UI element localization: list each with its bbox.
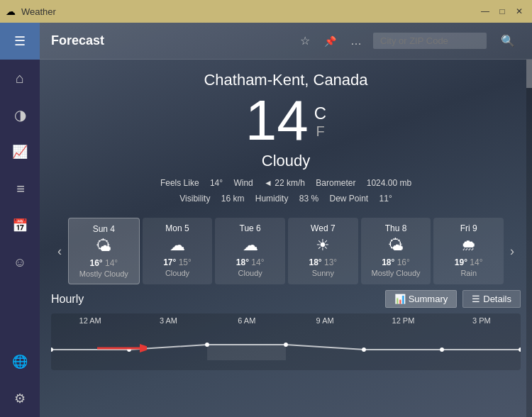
fahrenheit-unit[interactable]: F xyxy=(314,123,326,140)
news-icon: ◑ xyxy=(14,106,26,123)
barometer-label: Barometer xyxy=(316,178,355,188)
forecast-day-label: Wed 7 xyxy=(291,223,355,233)
dew-point-label: Dew Point xyxy=(330,194,369,204)
svg-point-6 xyxy=(519,348,521,352)
chart-temp-4: 15° xyxy=(364,369,442,370)
dew-point-value: 11° xyxy=(379,194,392,204)
sidebar-item-settings[interactable]: ⚙ xyxy=(0,380,40,417)
temperature-units: C F xyxy=(314,104,326,140)
forecast-low: 13° xyxy=(324,257,337,267)
minimize-button[interactable]: — xyxy=(478,4,492,18)
home-icon: ⌂ xyxy=(16,70,24,87)
temperature-value: 14 xyxy=(245,92,309,149)
forecast-low: 14° xyxy=(105,258,118,268)
hourly-section: Hourly 📊 Summary ☰ Details 12 AM3 AM6 AM… xyxy=(40,290,532,417)
forecast-temps: 18° 16° xyxy=(364,257,428,267)
hourly-chart: 12 AM3 AM6 AM9 AM12 PM3 PM xyxy=(51,313,521,370)
celsius-unit[interactable]: C xyxy=(314,104,326,123)
arrow-indicator xyxy=(90,338,147,362)
hourly-tabs: 📊 Summary ☰ Details xyxy=(385,290,521,308)
arrow-svg xyxy=(90,338,147,359)
forecast-weather-icon: ☀ xyxy=(291,236,355,255)
visibility-value: 16 km xyxy=(221,194,245,204)
more-icon[interactable]: … xyxy=(348,32,365,50)
forecast-next[interactable]: › xyxy=(504,218,521,284)
scrollbar[interactable] xyxy=(526,60,532,417)
chart-label-5: 3 PM xyxy=(443,313,521,325)
forecast-day-1[interactable]: Mon 5 ☁ 17° 15° Cloudy xyxy=(143,218,213,284)
hamburger-button[interactable]: ☰ xyxy=(0,23,40,60)
svg-marker-7 xyxy=(207,345,286,360)
forecast-high: 16° xyxy=(90,258,103,268)
sidebar-item-emoji[interactable]: ☺ xyxy=(0,244,40,281)
hourly-header: Hourly 📊 Summary ☰ Details xyxy=(51,290,521,308)
chart-label-4: 12 PM xyxy=(364,313,442,325)
forecast-day-label: Fri 9 xyxy=(436,223,501,233)
app-body: ☰ ⌂ ◑ 📈 ≡ 📅 ☺ 🌐 ⚙ xyxy=(0,23,532,417)
weather-condition: Cloudy xyxy=(40,152,532,170)
forecast-weather-icon: ☁ xyxy=(145,236,210,255)
forecast-low: 16° xyxy=(397,257,410,267)
feels-like-label: Feels Like xyxy=(160,178,199,188)
temperature-display: 14 C F xyxy=(40,92,532,149)
hourly-title: Hourly xyxy=(51,293,84,306)
chart-icon: 📈 xyxy=(12,144,28,160)
weather-main: Chatham-Kent, Canada 14 C F Cloudy Feels… xyxy=(40,60,532,212)
favorite-icon[interactable]: ☆ xyxy=(297,31,313,50)
visibility-label: Visibility xyxy=(179,194,210,204)
close-button[interactable]: ✕ xyxy=(512,4,526,18)
forecast-condition: Mostly Cloudy xyxy=(364,269,428,277)
sidebar-item-calendar[interactable]: 📅 xyxy=(0,207,40,244)
humidity-value: 83 % xyxy=(299,194,318,204)
chart-temp-0: 15° xyxy=(51,369,129,370)
chart-label-2: 6 AM xyxy=(208,313,286,325)
forecast-temps: 17° 15° xyxy=(145,257,210,267)
forecast-temps: 18° 13° xyxy=(291,257,355,267)
wind-value: ◄ 22 km/h xyxy=(264,178,305,188)
forecast-condition: Cloudy xyxy=(218,269,282,277)
forecast-day-0[interactable]: Sun 4 🌤 16° 14° Mostly Cloudy xyxy=(68,218,140,284)
forecast-day-label: Mon 5 xyxy=(145,223,210,233)
forecast-weather-icon: 🌤 xyxy=(72,237,136,255)
forecast-day-label: Sun 4 xyxy=(72,224,136,234)
maximize-button[interactable]: □ xyxy=(495,4,509,18)
page-title: Forecast xyxy=(51,33,104,48)
summary-tab-label: Summary xyxy=(409,294,448,304)
toolbar: Forecast ☆ 📌 … 🔍 xyxy=(40,23,532,60)
forecast-day-3[interactable]: Wed 7 ☀ 18° 13° Sunny xyxy=(288,218,358,284)
forecast-prev[interactable]: ‹ xyxy=(51,218,68,284)
forecast-high: 18° xyxy=(236,257,249,267)
forecast-weather-icon: 🌤 xyxy=(364,236,428,255)
forecast-day-label: Thu 8 xyxy=(364,223,428,233)
chart-temp-2: 16° xyxy=(208,369,286,370)
chart-temp-3: 16° xyxy=(286,369,364,370)
forecast-weather-icon: 🌧 xyxy=(436,236,501,255)
sidebar-item-chart[interactable]: 📈 xyxy=(0,133,40,170)
forecast-day-5[interactable]: Fri 9 🌧 19° 14° Rain xyxy=(433,218,504,284)
titlebar: ☁ Weather — □ ✕ xyxy=(0,0,532,23)
app-title: Weather xyxy=(21,6,56,17)
hamburger-icon: ☰ xyxy=(14,33,26,49)
sidebar-item-news[interactable]: ◑ xyxy=(0,96,40,133)
svg-point-5 xyxy=(440,348,444,352)
sidebar-item-list[interactable]: ≡ xyxy=(0,170,40,207)
forecast-temps: 19° 14° xyxy=(436,257,501,267)
forecast-day-2[interactable]: Tue 6 ☁ 18° 14° Cloudy xyxy=(215,218,285,284)
titlebar-left: ☁ Weather xyxy=(6,6,56,17)
sidebar-item-globe[interactable]: 🌐 xyxy=(0,343,40,380)
forecast-condition: Rain xyxy=(436,269,501,277)
chart-label-1: 3 AM xyxy=(129,313,207,325)
svg-point-0 xyxy=(51,348,53,352)
summary-tab[interactable]: 📊 Summary xyxy=(385,290,458,308)
search-input[interactable] xyxy=(373,33,487,49)
sidebar-item-home[interactable]: ⌂ xyxy=(0,60,40,96)
search-button[interactable]: 🔍 xyxy=(495,31,521,50)
pin-icon[interactable]: 📌 xyxy=(321,33,339,50)
details-tab[interactable]: ☰ Details xyxy=(462,290,521,308)
svg-point-4 xyxy=(362,348,366,352)
weather-details: Feels Like 14° Wind ◄ 22 km/h Barometer … xyxy=(40,176,532,206)
forecast-day-4[interactable]: Thu 8 🌤 18° 16° Mostly Cloudy xyxy=(361,218,431,284)
app-icon: ☁ xyxy=(6,6,16,17)
scrollbar-thumb xyxy=(526,60,532,88)
sidebar: ☰ ⌂ ◑ 📈 ≡ 📅 ☺ 🌐 ⚙ xyxy=(0,23,40,417)
